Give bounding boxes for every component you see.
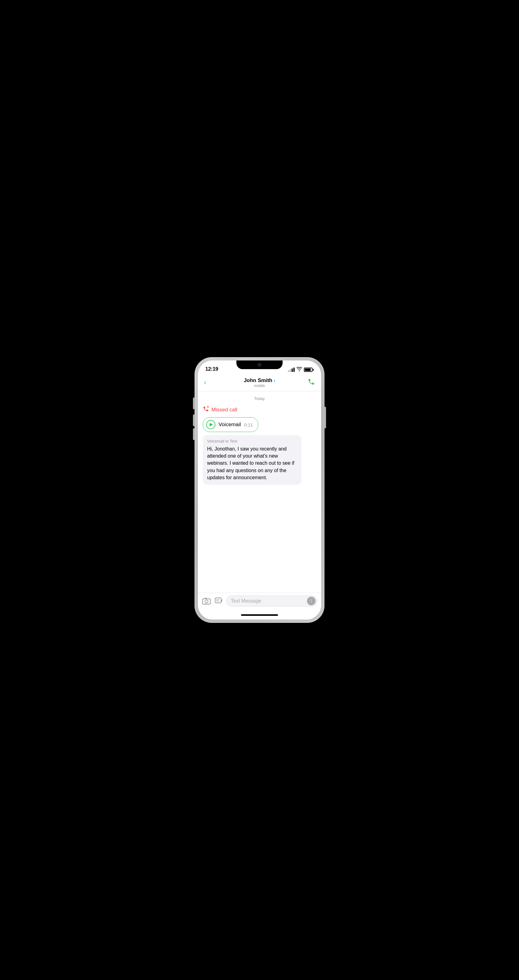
nav-bar: ‹ John Smith › mobile (198, 374, 321, 391)
status-time: 12:19 (205, 366, 218, 372)
back-button[interactable]: ‹ (204, 379, 232, 387)
voicemail-transcript: Voicemail to Text Hi, Jonothan, I saw yo… (203, 435, 302, 485)
nav-action (287, 378, 315, 387)
missed-call-row: Missed call (203, 404, 316, 417)
voicemail-duration: 0:11 (244, 422, 253, 427)
date-separator: Today (203, 391, 316, 404)
svg-rect-4 (205, 598, 206, 599)
svg-rect-2 (203, 599, 211, 604)
svg-point-3 (205, 600, 208, 603)
signal-bar-2 (290, 369, 291, 372)
send-arrow-icon: ↑ (310, 598, 313, 603)
signal-bar-3 (292, 369, 293, 372)
call-button[interactable] (308, 378, 315, 387)
signal-bars (288, 368, 295, 372)
phone-screen: 12:19 (198, 361, 321, 619)
missed-call-label: Missed call (211, 407, 237, 413)
camera-button[interactable] (202, 596, 211, 606)
transcript-text: Hi, Jonothan, I saw you recently and att… (207, 445, 297, 481)
nav-title[interactable]: John Smith › (232, 377, 287, 383)
battery-icon (304, 368, 314, 372)
input-bar: Text Message ↑ (198, 593, 321, 610)
contact-subtitle: mobile (232, 383, 287, 388)
compose-button[interactable] (214, 596, 224, 606)
contact-name: John Smith (244, 377, 273, 383)
text-input-placeholder: Text Message (231, 598, 261, 604)
signal-bar-4 (294, 368, 295, 372)
home-bar (241, 614, 278, 616)
conversation-area: Today Missed call Voicemail 0:1 (198, 391, 321, 593)
phone-frame: 12:19 (195, 357, 324, 623)
contact-chevron: › (274, 378, 275, 383)
signal-bar-1 (288, 370, 289, 372)
svg-rect-5 (215, 598, 221, 603)
wifi-icon (297, 367, 302, 372)
voicemail-player[interactable]: Voicemail 0:11 (203, 417, 258, 432)
transcript-label: Voicemail to Text (207, 439, 297, 444)
text-input-wrapper[interactable]: Text Message ↑ (226, 595, 317, 606)
play-icon (210, 423, 213, 426)
home-indicator (198, 610, 321, 619)
notch (236, 361, 283, 369)
missed-call-icon (203, 406, 209, 414)
play-button[interactable] (206, 420, 216, 429)
status-icons (288, 367, 314, 372)
send-button[interactable]: ↑ (307, 597, 316, 605)
front-camera (258, 363, 261, 367)
nav-center: John Smith › mobile (232, 377, 287, 388)
voicemail-label: Voicemail (219, 422, 241, 428)
